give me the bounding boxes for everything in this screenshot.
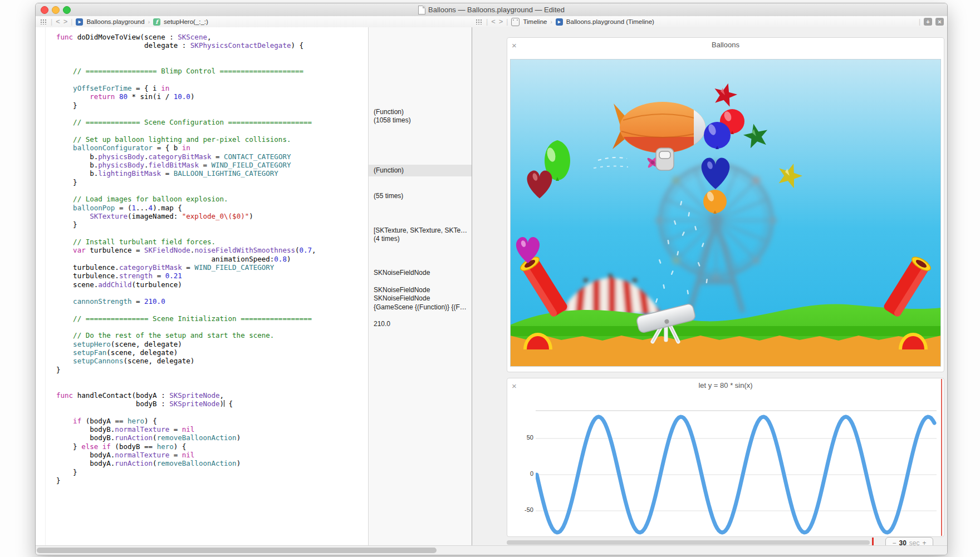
- window-title: Balloons — Balloons.playground — Edited: [428, 6, 565, 14]
- left-jump-bar: | < > | ▸ Balloons.playground › f setupH…: [40, 16, 208, 27]
- code-line[interactable]: [56, 374, 365, 382]
- code-line[interactable]: var turbulence = SKFieldNode.noiseFieldW…: [56, 246, 365, 254]
- code-line[interactable]: // Do the rest of the setup and start th…: [56, 331, 365, 339]
- code-line[interactable]: } else if (bodyB == hero) {: [56, 442, 365, 451]
- code-line[interactable]: }: [56, 220, 365, 229]
- code-line[interactable]: [56, 110, 365, 118]
- code-line[interactable]: [56, 50, 365, 58]
- code-line[interactable]: b.lightingBitMask = BALLOON_LIGHTING_CAT…: [56, 169, 365, 178]
- code-line[interactable]: [56, 76, 365, 84]
- code-line[interactable]: b.physicsBody.categoryBitMask = CONTACT_…: [56, 152, 365, 161]
- code-line[interactable]: [56, 127, 365, 135]
- code-line[interactable]: // Set up balloon lighting and per-pixel…: [56, 135, 365, 144]
- code-line[interactable]: balloonPop = (1...4).map {: [56, 204, 365, 212]
- gondola: [656, 148, 674, 170]
- breadcrumb-timeline[interactable]: Timeline: [523, 18, 547, 25]
- code-line[interactable]: }: [56, 101, 365, 110]
- code-line[interactable]: delegate : SKPhysicsContactDelegate) {: [56, 41, 365, 50]
- live-view-card: × Balloons: [507, 37, 944, 372]
- jump-bar: | < > | ▸ Balloons.playground › f setupH…: [36, 16, 947, 28]
- code-line[interactable]: turbulence.categoryBitMask = WIND_FIELD_…: [56, 263, 365, 272]
- result-entry[interactable]: 210.0: [374, 320, 469, 328]
- code-line[interactable]: setupHero(scene, delegate): [56, 340, 365, 348]
- result-entry[interactable]: (4 times): [374, 235, 469, 243]
- code-line[interactable]: bodyB.runAction(removeBalloonAction): [56, 433, 365, 442]
- result-entry[interactable]: SKNoiseFieldNode: [374, 269, 469, 277]
- code-line[interactable]: cannonStrength = 210.0: [56, 297, 365, 305]
- code-line[interactable]: func doDidMoveToView(scene : SKScene,: [56, 33, 365, 41]
- document-icon: [418, 6, 425, 14]
- breadcrumb-separator: ›: [550, 19, 552, 25]
- source-editor[interactable]: func doDidMoveToView(scene : SKScene, de…: [36, 27, 471, 546]
- sine-chart: [536, 408, 937, 535]
- screen: Balloons — Balloons.playground — Edited …: [0, 0, 980, 557]
- result-entry[interactable]: {GameScene {(Function)} {(F…: [374, 303, 469, 311]
- close-assistant-button[interactable]: ×: [935, 18, 944, 26]
- code-line[interactable]: bodyB : SKSpriteNode) {: [56, 400, 365, 408]
- code-line[interactable]: [56, 382, 365, 391]
- result-entry[interactable]: (Function): [374, 108, 469, 116]
- timeline-playhead[interactable]: [941, 379, 942, 536]
- xcode-playground-window: Balloons — Balloons.playground — Edited …: [35, 3, 948, 555]
- result-entry[interactable]: (Function): [374, 166, 469, 174]
- result-entry[interactable]: [SKTexture, SKTexture, SKTe…: [374, 226, 469, 234]
- result-entry[interactable]: SKNoiseFieldNode: [374, 294, 469, 302]
- horizontal-scrollbar[interactable]: [36, 545, 947, 555]
- y-tick-neg50: -50: [507, 506, 533, 513]
- ground-green-band: [510, 326, 941, 336]
- related-items-icon[interactable]: [476, 19, 483, 24]
- function-icon: f: [153, 18, 160, 26]
- code-line[interactable]: turbulence.strength = 0.21: [56, 272, 365, 280]
- code-line[interactable]: // ================= Blimp Control =====…: [56, 67, 365, 75]
- code-line[interactable]: [56, 408, 365, 416]
- code-line[interactable]: setupCannons(scene, delegate): [56, 357, 365, 365]
- code-line[interactable]: scene.addChild(turbulence): [56, 280, 365, 289]
- breadcrumb-file[interactable]: Balloons.playground: [86, 18, 144, 25]
- code-line[interactable]: [56, 58, 365, 67]
- forward-chevron-icon[interactable]: >: [499, 16, 503, 27]
- code-line[interactable]: }: [56, 468, 365, 476]
- result-entry[interactable]: (1058 times): [374, 116, 469, 124]
- code-line[interactable]: balloonConfigurator = { b in: [56, 144, 365, 152]
- code-line[interactable]: }: [56, 178, 365, 186]
- result-entry[interactable]: (55 times): [374, 192, 469, 200]
- code-line[interactable]: return 80 * sin(i / 10.0): [56, 92, 365, 101]
- code-line[interactable]: [56, 323, 365, 331]
- code-line[interactable]: SKTexture(imageNamed: "explode_0\($0)"): [56, 212, 365, 220]
- breadcrumb-separator: ›: [148, 19, 150, 25]
- code-line[interactable]: if (bodyA == hero) {: [56, 417, 365, 425]
- playground-file-icon: ▸: [76, 18, 83, 26]
- add-page-button[interactable]: +: [924, 18, 932, 26]
- code-line[interactable]: [56, 229, 365, 238]
- code-line[interactable]: // Load images for balloon explosion.: [56, 195, 365, 203]
- code-line[interactable]: // Install turbulant field forces.: [56, 238, 365, 246]
- back-chevron-icon[interactable]: <: [491, 16, 496, 27]
- playground-results-sidebar[interactable]: (Function)(1058 times)(Function)(55 time…: [368, 27, 472, 546]
- breadcrumb-timeline-doc[interactable]: Balloons.playground (Timeline): [566, 18, 654, 25]
- code-line[interactable]: [56, 186, 365, 195]
- related-items-icon[interactable]: [40, 19, 47, 24]
- code-line[interactable]: // ============= Scene Configuration ===…: [56, 118, 365, 126]
- timeline-scrubber-track[interactable]: [507, 540, 870, 545]
- scrollbar-thumb[interactable]: [37, 548, 437, 553]
- code-line[interactable]: bodyA.normalTexture = nil: [56, 451, 365, 459]
- code-line[interactable]: animationSpeed:0.8): [56, 255, 365, 263]
- back-chevron-icon[interactable]: <: [56, 16, 60, 27]
- code-line[interactable]: bodyA.runAction(removeBalloonAction): [56, 459, 365, 467]
- code-text[interactable]: func doDidMoveToView(scene : SKScene, de…: [56, 33, 365, 485]
- code-line[interactable]: bodyB.normalTexture = nil: [56, 425, 365, 433]
- code-line[interactable]: setupFan(scene, delegate): [56, 348, 365, 357]
- code-line[interactable]: [56, 306, 365, 314]
- chart-title: let y = 80 * sin(x): [507, 381, 944, 390]
- code-line[interactable]: // =============== Scene Initialization …: [56, 314, 365, 323]
- code-line[interactable]: b.physicsBody.fieldBitMask = WIND_FIELD_…: [56, 161, 365, 169]
- forward-chevron-icon[interactable]: >: [63, 16, 68, 27]
- breadcrumb-symbol[interactable]: setupHero(_:_:): [164, 18, 208, 25]
- code-line[interactable]: yOffsetForTime = { i in: [56, 84, 365, 92]
- code-line[interactable]: }: [56, 476, 365, 485]
- code-line[interactable]: func handleContact(bodyA : SKSpriteNode,: [56, 391, 365, 400]
- title-bar: Balloons — Balloons.playground — Edited: [36, 3, 947, 17]
- code-line[interactable]: [56, 289, 365, 297]
- result-entry[interactable]: SKNoiseFieldNode: [374, 286, 469, 294]
- code-line[interactable]: }: [56, 366, 365, 374]
